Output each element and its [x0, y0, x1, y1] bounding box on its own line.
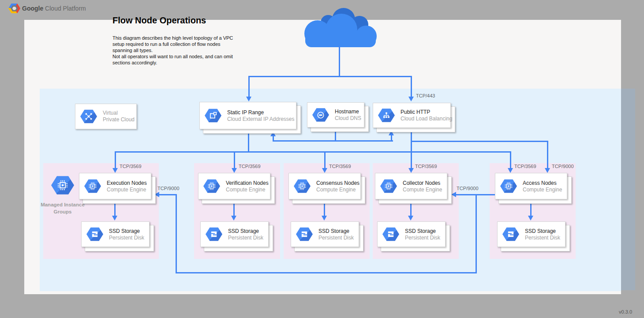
connector-drop-execution	[115, 152, 116, 168]
compute-engine-icon	[203, 179, 220, 194]
verification-ssd-card[interactable]: SSD Storage Persistent Disk	[200, 221, 269, 247]
persistent-disk-icon	[206, 227, 222, 242]
port-label-tcp9000: TCP/9000	[552, 164, 574, 169]
execution-nodes-title: Execution Nodes	[107, 180, 147, 187]
connector-http-branch-to-access	[547, 141, 548, 168]
compute-engine-icon	[294, 179, 311, 194]
brand-google: Google	[22, 5, 43, 12]
connector-http-to-collector	[411, 131, 412, 168]
page-description: This diagram describes the high level to…	[112, 35, 235, 66]
virtual-private-cloud-icon	[80, 109, 97, 124]
consensus-nodes-title: Consensus Nodes	[316, 180, 359, 187]
brand-text: Google Cloud Platform	[22, 5, 86, 12]
consensus-nodes-subtitle: Compute Engine	[316, 187, 359, 193]
arrowhead-into-public-http	[408, 97, 414, 101]
public-http-title: Public HTTP	[401, 108, 452, 116]
compute-engine-icon	[380, 179, 397, 194]
ssd-storage-title: SSD Storage	[405, 228, 440, 235]
arrowhead-verif-ssd	[231, 216, 236, 221]
persistent-disk-icon	[86, 227, 103, 242]
external-ip-icon	[205, 108, 221, 123]
port-label-tcp9000: TCP/9000	[457, 186, 479, 191]
connector-top-split	[248, 76, 412, 77]
arrowhead-into-execution	[112, 168, 118, 173]
execution-ssd-card[interactable]: SSD Storage Persistent Disk	[81, 221, 150, 247]
verification-nodes-subtitle: Compute Engine	[226, 187, 269, 193]
access-nodes-title: Access Nodes	[523, 180, 562, 187]
execution-nodes-subtitle: Compute Engine	[107, 187, 147, 193]
diagram-stage: Google Cloud Platform v0.3.0 Flow Node O…	[0, 0, 644, 318]
port-label-tcp3569: TCP/3569	[415, 164, 437, 169]
compute-engine-icon	[84, 179, 101, 194]
execution-nodes-card[interactable]: Execution Nodes Compute Engine	[79, 173, 151, 199]
connector-cloud-stem	[339, 46, 340, 77]
hostname-card[interactable]: Hostname Cloud DNS	[307, 102, 364, 127]
connector-to-public-http	[411, 76, 412, 97]
port-label-tcp3569: TCP/3569	[514, 164, 536, 169]
verification-nodes-card[interactable]: Verification Nodes Compute Engine	[198, 173, 270, 199]
page-title: Flow Node Operations	[112, 15, 206, 26]
vpc-card-line1: Virtual	[103, 110, 135, 116]
compute-engine-icon	[500, 179, 517, 194]
verification-nodes-title: Verification Nodes	[226, 180, 269, 187]
connector-http-branch-horizontal	[411, 141, 548, 142]
ssd-storage-title: SSD Storage	[109, 228, 144, 235]
connector-loop-left-vertical	[176, 194, 177, 273]
connector-dns-to-public-http	[391, 135, 392, 141]
consensus-ssd-card[interactable]: SSD Storage Persistent Disk	[291, 221, 359, 247]
ssd-storage-title: SSD Storage	[525, 228, 560, 235]
port-label-tcp3569: TCP/3569	[329, 164, 351, 169]
cloud-dns-icon	[312, 108, 329, 123]
persistent-disk-icon	[296, 227, 313, 242]
arrowhead-exec-ssd	[112, 216, 117, 221]
collector-nodes-title: Collector Nodes	[403, 180, 442, 187]
access-nodes-subtitle: Compute Engine	[523, 187, 562, 193]
ssd-storage-subtitle: Persistent Disk	[318, 235, 354, 241]
arrowhead-into-verification	[232, 168, 237, 173]
ssd-storage-subtitle: Persistent Disk	[405, 235, 440, 241]
consensus-nodes-card[interactable]: Consensus Nodes Compute Engine	[288, 173, 361, 199]
port-label-tcp3569: TCP/3569	[120, 164, 142, 169]
port-label-tcp3569: TCP/3569	[239, 164, 261, 169]
arrowhead-into-static-ip	[246, 97, 251, 101]
gcp-hexagon-logo	[8, 3, 20, 14]
virtual-private-cloud-card[interactable]: Virtual Private Cloud	[75, 104, 137, 129]
managed-instance-groups-label: Managed Instance Groups	[41, 202, 85, 215]
connector-dns-horizontal	[273, 140, 393, 142]
static-ip-card[interactable]: Static IP Range Cloud External IP Addres…	[199, 102, 296, 129]
vpc-region-overflow	[621, 89, 635, 290]
connector-dns-to-static-ip	[273, 136, 274, 141]
load-balancing-icon	[378, 108, 395, 123]
hostname-title: Hostname	[335, 108, 361, 115]
connector-loop-exec-horizontal	[159, 194, 176, 195]
static-ip-subtitle: Cloud External IP Addresses	[227, 116, 295, 123]
access-nodes-card[interactable]: Access Nodes Compute Engine	[495, 173, 567, 199]
connector-to-static-ip	[248, 76, 250, 97]
port-label-tcp443: TCP/443	[416, 93, 435, 98]
internet-cloud-icon	[301, 6, 380, 49]
arrowhead-into-access	[508, 168, 513, 173]
ssd-storage-title: SSD Storage	[318, 228, 354, 235]
arrowhead-into-collector	[408, 168, 414, 173]
connector-drop-consensus	[324, 152, 326, 168]
connector-loop-bottom	[176, 272, 477, 273]
ssd-storage-subtitle: Persistent Disk	[109, 235, 144, 241]
hostname-subtitle: Cloud DNS	[335, 115, 361, 122]
version-label: v0.3.0	[619, 309, 632, 314]
description-paragraph: Not all operators will want to run all n…	[112, 53, 235, 66]
connector-loop-collector-horizontal	[455, 194, 495, 195]
ssd-storage-subtitle: Persistent Disk	[228, 235, 263, 241]
ssd-storage-subtitle: Persistent Disk	[525, 235, 560, 241]
arrowhead-access-ssd	[528, 216, 533, 221]
persistent-disk-icon	[502, 227, 519, 242]
collector-ssd-card[interactable]: SSD Storage Persistent Disk	[377, 221, 446, 247]
collector-nodes-subtitle: Compute Engine	[403, 187, 442, 193]
public-http-card[interactable]: Public HTTP Cloud Load Balancing	[373, 103, 451, 128]
public-http-subtitle: Cloud Load Balancing	[401, 116, 452, 122]
access-ssd-card[interactable]: SSD Storage Persistent Disk	[497, 221, 565, 247]
arrowhead-into-access-9000	[545, 168, 550, 173]
collector-nodes-card[interactable]: Collector Nodes Compute Engine	[375, 173, 447, 199]
port-label-tcp9000: TCP/9000	[157, 186, 180, 191]
brand-cloud-platform: Cloud Platform	[43, 5, 86, 12]
arrowhead-coll-ssd	[408, 216, 413, 221]
